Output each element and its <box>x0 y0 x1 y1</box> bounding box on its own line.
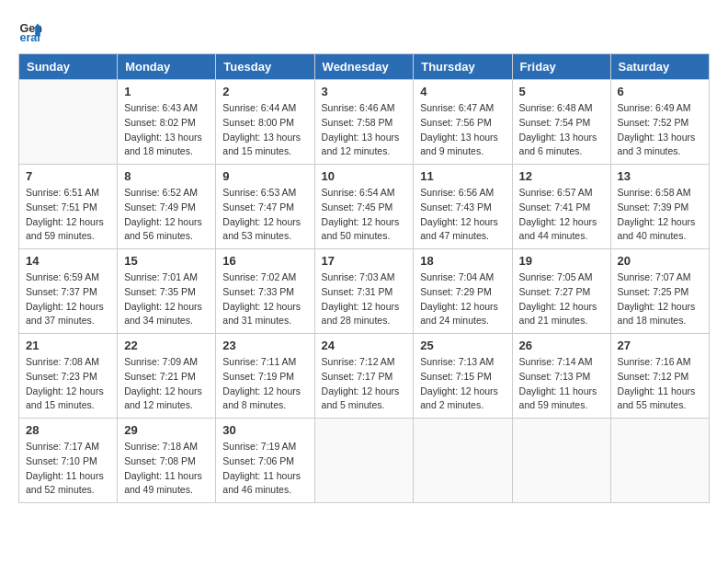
day-info: Sunrise: 6:47 AM Sunset: 7:56 PM Dayligh… <box>420 101 505 159</box>
day-number: 7 <box>26 169 110 183</box>
day-number: 23 <box>222 339 307 352</box>
day-info: Sunrise: 7:07 AM Sunset: 7:25 PM Dayligh… <box>618 270 702 328</box>
day-number: 6 <box>618 85 702 98</box>
calendar-cell: 26Sunrise: 7:14 AM Sunset: 7:13 PM Dayli… <box>512 334 610 419</box>
day-number: 9 <box>222 169 307 183</box>
day-info: Sunrise: 7:11 AM Sunset: 7:19 PM Dayligh… <box>222 355 307 413</box>
day-info: Sunrise: 6:43 AM Sunset: 8:02 PM Dayligh… <box>124 101 209 159</box>
day-number: 2 <box>222 85 307 98</box>
calendar-week-row: 7Sunrise: 6:51 AM Sunset: 7:51 PM Daylig… <box>19 165 710 249</box>
calendar-cell: 24Sunrise: 7:12 AM Sunset: 7:17 PM Dayli… <box>314 334 414 419</box>
calendar-cell: 12Sunrise: 6:57 AM Sunset: 7:41 PM Dayli… <box>512 165 610 249</box>
day-info: Sunrise: 6:53 AM Sunset: 7:47 PM Dayligh… <box>222 186 307 244</box>
column-header-thursday: Thursday <box>414 54 512 80</box>
day-number: 21 <box>26 339 110 352</box>
day-info: Sunrise: 7:03 AM Sunset: 7:31 PM Dayligh… <box>322 270 407 328</box>
calendar-cell <box>414 419 512 503</box>
calendar-cell: 6Sunrise: 6:49 AM Sunset: 7:52 PM Daylig… <box>610 80 709 165</box>
day-info: Sunrise: 6:54 AM Sunset: 7:45 PM Dayligh… <box>322 186 407 244</box>
day-info: Sunrise: 7:16 AM Sunset: 7:12 PM Dayligh… <box>618 355 702 413</box>
calendar-table: SundayMondayTuesdayWednesdayThursdayFrid… <box>18 53 710 503</box>
day-info: Sunrise: 6:57 AM Sunset: 7:41 PM Dayligh… <box>519 186 604 244</box>
day-number: 25 <box>420 339 505 352</box>
day-info: Sunrise: 7:02 AM Sunset: 7:33 PM Dayligh… <box>222 270 307 328</box>
calendar-cell: 9Sunrise: 6:53 AM Sunset: 7:47 PM Daylig… <box>216 165 314 249</box>
column-header-saturday: Saturday <box>610 54 709 80</box>
column-header-wednesday: Wednesday <box>314 54 414 80</box>
calendar-cell: 19Sunrise: 7:05 AM Sunset: 7:27 PM Dayli… <box>512 249 610 334</box>
day-info: Sunrise: 7:01 AM Sunset: 7:35 PM Dayligh… <box>124 270 209 328</box>
day-info: Sunrise: 7:12 AM Sunset: 7:17 PM Dayligh… <box>322 355 407 413</box>
calendar-cell: 15Sunrise: 7:01 AM Sunset: 7:35 PM Dayli… <box>118 249 216 334</box>
day-info: Sunrise: 7:04 AM Sunset: 7:29 PM Dayligh… <box>420 270 505 328</box>
calendar-cell <box>314 419 414 503</box>
day-info: Sunrise: 7:09 AM Sunset: 7:21 PM Dayligh… <box>124 355 209 413</box>
day-info: Sunrise: 6:51 AM Sunset: 7:51 PM Dayligh… <box>26 186 110 244</box>
day-number: 4 <box>420 85 505 98</box>
day-info: Sunrise: 6:56 AM Sunset: 7:43 PM Dayligh… <box>420 186 505 244</box>
day-number: 30 <box>222 423 307 437</box>
day-info: Sunrise: 7:08 AM Sunset: 7:23 PM Dayligh… <box>26 355 110 413</box>
calendar-cell: 23Sunrise: 7:11 AM Sunset: 7:19 PM Dayli… <box>216 334 314 419</box>
day-info: Sunrise: 7:05 AM Sunset: 7:27 PM Dayligh… <box>519 270 604 328</box>
calendar-header-row: SundayMondayTuesdayWednesdayThursdayFrid… <box>19 54 710 80</box>
day-number: 24 <box>322 339 407 352</box>
calendar-cell: 8Sunrise: 6:52 AM Sunset: 7:49 PM Daylig… <box>118 165 216 249</box>
day-number: 17 <box>322 254 407 268</box>
day-number: 10 <box>322 169 407 183</box>
day-number: 27 <box>618 339 702 352</box>
day-info: Sunrise: 7:18 AM Sunset: 7:08 PM Dayligh… <box>124 440 209 498</box>
page-header: Gen eral <box>18 18 710 44</box>
calendar-cell: 13Sunrise: 6:58 AM Sunset: 7:39 PM Dayli… <box>610 165 709 249</box>
calendar-cell: 27Sunrise: 7:16 AM Sunset: 7:12 PM Dayli… <box>610 334 709 419</box>
calendar-cell: 2Sunrise: 6:44 AM Sunset: 8:00 PM Daylig… <box>216 80 314 165</box>
calendar-cell: 14Sunrise: 6:59 AM Sunset: 7:37 PM Dayli… <box>19 249 118 334</box>
calendar-cell: 17Sunrise: 7:03 AM Sunset: 7:31 PM Dayli… <box>314 249 414 334</box>
calendar-week-row: 21Sunrise: 7:08 AM Sunset: 7:23 PM Dayli… <box>19 334 710 419</box>
calendar-cell: 29Sunrise: 7:18 AM Sunset: 7:08 PM Dayli… <box>118 419 216 503</box>
day-info: Sunrise: 6:44 AM Sunset: 8:00 PM Dayligh… <box>222 101 307 159</box>
logo: Gen eral <box>18 18 48 44</box>
day-number: 3 <box>322 85 407 98</box>
day-number: 22 <box>124 339 209 352</box>
calendar-cell <box>610 419 709 503</box>
day-number: 13 <box>618 169 702 183</box>
calendar-cell: 11Sunrise: 6:56 AM Sunset: 7:43 PM Dayli… <box>414 165 512 249</box>
day-info: Sunrise: 6:58 AM Sunset: 7:39 PM Dayligh… <box>618 186 702 244</box>
day-number: 29 <box>124 423 209 437</box>
day-number: 15 <box>124 254 209 268</box>
day-info: Sunrise: 6:49 AM Sunset: 7:52 PM Dayligh… <box>618 101 702 159</box>
day-info: Sunrise: 7:17 AM Sunset: 7:10 PM Dayligh… <box>26 440 110 498</box>
day-number: 1 <box>124 85 209 98</box>
calendar-week-row: 28Sunrise: 7:17 AM Sunset: 7:10 PM Dayli… <box>19 419 710 503</box>
day-number: 28 <box>26 423 110 437</box>
day-info: Sunrise: 7:19 AM Sunset: 7:06 PM Dayligh… <box>222 440 307 498</box>
calendar-cell: 18Sunrise: 7:04 AM Sunset: 7:29 PM Dayli… <box>414 249 512 334</box>
calendar-cell: 22Sunrise: 7:09 AM Sunset: 7:21 PM Dayli… <box>118 334 216 419</box>
calendar-cell: 1Sunrise: 6:43 AM Sunset: 8:02 PM Daylig… <box>118 80 216 165</box>
day-info: Sunrise: 7:13 AM Sunset: 7:15 PM Dayligh… <box>420 355 505 413</box>
calendar-cell: 16Sunrise: 7:02 AM Sunset: 7:33 PM Dayli… <box>216 249 314 334</box>
calendar-cell: 20Sunrise: 7:07 AM Sunset: 7:25 PM Dayli… <box>610 249 709 334</box>
calendar-cell: 25Sunrise: 7:13 AM Sunset: 7:15 PM Dayli… <box>414 334 512 419</box>
day-number: 5 <box>519 85 604 98</box>
calendar-cell: 10Sunrise: 6:54 AM Sunset: 7:45 PM Dayli… <box>314 165 414 249</box>
calendar-week-row: 1Sunrise: 6:43 AM Sunset: 8:02 PM Daylig… <box>19 80 710 165</box>
column-header-sunday: Sunday <box>19 54 118 80</box>
calendar-week-row: 14Sunrise: 6:59 AM Sunset: 7:37 PM Dayli… <box>19 249 710 334</box>
day-info: Sunrise: 7:14 AM Sunset: 7:13 PM Dayligh… <box>519 355 604 413</box>
day-number: 19 <box>519 254 604 268</box>
day-number: 16 <box>222 254 307 268</box>
calendar-cell: 7Sunrise: 6:51 AM Sunset: 7:51 PM Daylig… <box>19 165 118 249</box>
calendar-cell <box>19 80 118 165</box>
calendar-cell: 5Sunrise: 6:48 AM Sunset: 7:54 PM Daylig… <box>512 80 610 165</box>
day-number: 12 <box>519 169 604 183</box>
day-number: 11 <box>420 169 505 183</box>
calendar-cell: 4Sunrise: 6:47 AM Sunset: 7:56 PM Daylig… <box>414 80 512 165</box>
day-number: 8 <box>124 169 209 183</box>
column-header-friday: Friday <box>512 54 610 80</box>
calendar-cell: 3Sunrise: 6:46 AM Sunset: 7:58 PM Daylig… <box>314 80 414 165</box>
day-number: 26 <box>519 339 604 352</box>
logo-icon: Gen eral <box>18 18 44 44</box>
calendar-cell <box>512 419 610 503</box>
